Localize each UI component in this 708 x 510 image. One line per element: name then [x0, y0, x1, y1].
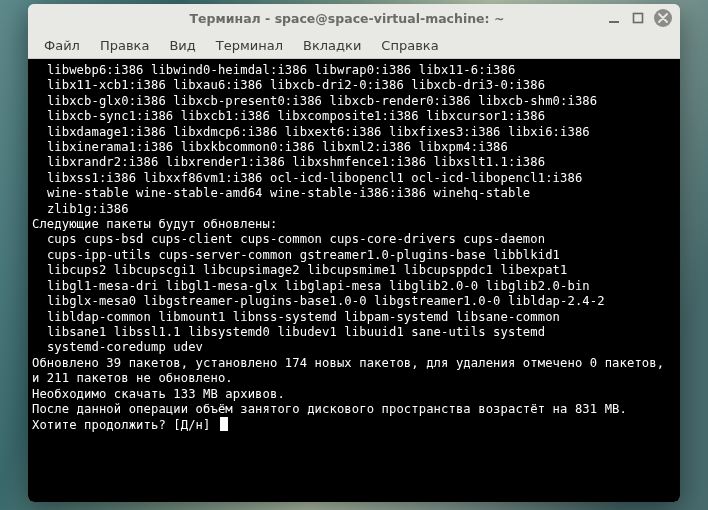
output-line: libcups2 libcupscgi1 libcupsimage2 libcu… — [32, 263, 568, 277]
cursor — [220, 417, 228, 431]
menu-terminal[interactable]: Терминал — [206, 35, 293, 56]
output-line: libsane1 libssl1.1 libsystemd0 libudev1 … — [32, 325, 545, 339]
maximize-button[interactable] — [630, 10, 646, 26]
output-line: libldap-common libmount1 libnss-systemd … — [32, 310, 560, 324]
output-line: libgl1-mesa-dri libgl1-mesa-glx libglapi… — [32, 279, 590, 293]
output-line: Следующие пакеты будут обновлены: — [32, 217, 277, 231]
menu-tabs[interactable]: Вкладки — [293, 35, 371, 56]
menubar: Файл Правка Вид Терминал Вкладки Справка — [28, 32, 680, 59]
output-line: libxdamage1:i386 libxdmcp6:i386 libxext6… — [32, 125, 590, 139]
svg-rect-0 — [609, 21, 619, 23]
output-line: libxcb-sync1:i386 libxcb1:i386 libxcompo… — [32, 109, 545, 123]
svg-rect-1 — [634, 14, 643, 23]
output-line: libwebp6:i386 libwind0-heimdal:i386 libw… — [32, 63, 515, 77]
output-line: wine-stable wine-stable-amd64 wine-stabl… — [32, 186, 530, 200]
output-line: libglx-mesa0 libgstreamer-plugins-base1.… — [32, 294, 605, 308]
output-line: После данной операции объём занятого дис… — [32, 402, 627, 416]
minimize-button[interactable] — [606, 10, 622, 26]
terminal-window: Терминал - space@space-virtual-machine: … — [28, 4, 680, 502]
output-line: libxrandr2:i386 libxrender1:i386 libxshm… — [32, 155, 545, 169]
close-button[interactable] — [654, 9, 672, 27]
window-controls — [606, 9, 680, 27]
output-line: libxcb-glx0:i386 libxcb-present0:i386 li… — [32, 94, 597, 108]
output-line: libx11-xcb1:i386 libxau6:i386 libxcb-dri… — [32, 78, 545, 92]
output-line: zlib1g:i386 — [32, 202, 129, 216]
output-line: Необходимо скачать 133 MB архивов. — [32, 387, 285, 401]
menu-view[interactable]: Вид — [159, 35, 205, 56]
output-line: libxinerama1:i386 libxkbcommon0:i386 lib… — [32, 140, 508, 154]
prompt-line: Хотите продолжить? [Д/н] — [32, 418, 218, 432]
output-line: Обновлено 39 пакетов, установлено 174 но… — [32, 356, 672, 385]
menu-file[interactable]: Файл — [34, 35, 90, 56]
output-line: cups cups-bsd cups-client cups-common cu… — [32, 232, 545, 246]
window-title: Терминал - space@space-virtual-machine: … — [28, 11, 606, 26]
menu-help[interactable]: Справка — [371, 35, 448, 56]
output-line: libxss1:i386 libxxf86vm1:i386 ocl-icd-li… — [32, 171, 582, 185]
output-line: systemd-coredump udev — [32, 340, 203, 354]
output-line: cups-ipp-utils cups-server-common gstrea… — [32, 248, 560, 262]
menu-edit[interactable]: Правка — [90, 35, 159, 56]
titlebar: Терминал - space@space-virtual-machine: … — [28, 4, 680, 32]
terminal-output[interactable]: libwebp6:i386 libwind0-heimdal:i386 libw… — [28, 59, 680, 502]
